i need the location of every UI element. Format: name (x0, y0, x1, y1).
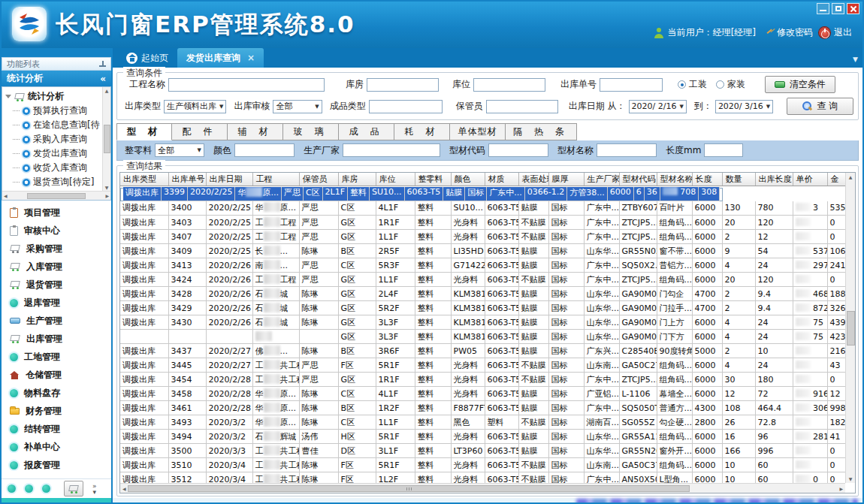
column-header[interactable]: 整零料 (415, 173, 451, 186)
maximize-button[interactable] (832, 3, 844, 14)
sidebar-item[interactable]: 生产管理 (2, 312, 111, 330)
column-header[interactable]: 出库日期 (206, 173, 252, 186)
scroll-right-icon[interactable]: ▶ (105, 193, 109, 198)
table-row[interactable]: 调拨出库35002020/3/3工共工程曹佳D区3L1F整料LT3P606063… (120, 444, 845, 458)
tree-item[interactable]: 退货查询[待定] (5, 175, 110, 189)
tree-horizontal-scrollbar[interactable]: ◀ ▶ (2, 191, 110, 200)
search-button[interactable]: 查 询 (787, 98, 853, 115)
table-row[interactable]: 调拨出库34942020/3/2石辉城汤伟H区5R1F整料光身料6063-T5贴… (120, 430, 845, 444)
tab-list-dropdown-icon[interactable]: ▼ (853, 56, 858, 63)
circle-icon[interactable] (42, 484, 50, 493)
table-row[interactable]: G区3L3F整料KLM38176063-T5贴膜国标山东华...GA90M09.… (120, 330, 845, 344)
table-row[interactable]: 调拨出库34032020/2/25工工程严思G区1R1F整料光身料6063-T5… (120, 216, 845, 230)
change-password-button[interactable]: 修改密码 (762, 26, 813, 39)
table-row[interactable]: 调拨出库34542020/2/28工共工程严思G区1R1F整料光身料6063-T… (120, 373, 845, 387)
sidebar-item[interactable]: 物料盘存 (2, 384, 111, 402)
tree-item[interactable]: 采购入库查询 (5, 132, 110, 146)
table-row[interactable]: 调拨出库34292020/2/26石城陈琳G区5R2F整料KLM38176063… (120, 301, 845, 315)
tab-outbound-query[interactable]: 发货出库查询 × (177, 48, 264, 68)
column-header[interactable]: 生产厂家 (584, 173, 619, 186)
sidebar-item[interactable]: 工地管理 (2, 348, 111, 366)
table-row[interactable]: 调拨出库34612020/2/28华原...陈琳B区1R2F整料F8877FT6… (120, 401, 845, 415)
column-header[interactable]: 保管员 (299, 173, 338, 186)
material-tab[interactable]: 玻 璃 (283, 123, 339, 140)
radio-gongzhuang[interactable]: 工装 (678, 78, 707, 91)
scroll-up-icon[interactable]: ▲ (849, 174, 853, 180)
sidebar-item[interactable]: 项目管理 (2, 204, 111, 222)
column-header[interactable]: 膜厚 (548, 173, 584, 186)
grid-vertical-scrollbar[interactable]: ▲ ▼ (845, 173, 855, 483)
table-row[interactable]: 调拨出库35102020/3/4工共工程陈琳F区5R1F整料光身料6063-T5… (120, 458, 845, 472)
material-tab[interactable]: 配 件 (172, 123, 228, 140)
sidebar-item[interactable]: 审核中心 (2, 222, 111, 240)
table-row[interactable]: 调拨出库34582020/2/28华原...陈琳C区4L1F整料光身料6063-… (120, 387, 845, 401)
column-header[interactable]: 库房 (338, 173, 376, 186)
radio-jiazhuang[interactable]: 家装 (716, 78, 745, 91)
color-input[interactable] (234, 143, 295, 157)
close-button[interactable] (847, 3, 859, 14)
scrollbar-thumb[interactable] (847, 311, 855, 346)
tree-root-statistics[interactable]: 统计分析 (5, 89, 110, 104)
material-tab[interactable]: 单体型材 (450, 123, 506, 140)
table-row[interactable]: 调拨出库33992020/2/25华原...严思C区2L1F整料SU10...6… (120, 188, 723, 201)
tree-item[interactable]: 发货出库查询 (5, 146, 110, 161)
sidebar-item[interactable]: 出库管理 (2, 330, 111, 348)
order-no-input[interactable] (600, 78, 663, 92)
material-tab[interactable]: 隔 热 条 (506, 123, 577, 140)
column-header[interactable]: 型材代码 (619, 173, 657, 186)
collapse-icon[interactable]: « (100, 74, 106, 84)
project-name-input[interactable] (168, 78, 325, 92)
material-tab[interactable]: 辅 材 (228, 123, 283, 140)
scroll-down-icon[interactable]: ▼ (105, 185, 109, 190)
whole-part-select[interactable]: 全部▼ (155, 143, 204, 157)
circle-icon[interactable] (25, 484, 33, 493)
table-row[interactable]: 调拨出库34002020/2/25华原...严思C区4L1F整料SU10...6… (120, 201, 845, 216)
outbound-audit-select[interactable]: 全部▼ (273, 100, 322, 113)
scrollbar-thumb[interactable] (104, 125, 110, 153)
scroll-left-icon[interactable]: ◀ (4, 193, 8, 198)
minimize-button[interactable] (817, 3, 829, 14)
product-type-input[interactable] (369, 100, 443, 113)
grid-horizontal-scrollbar[interactable]: ◀ ▶ (120, 483, 845, 493)
profile-code-input[interactable] (488, 143, 548, 157)
column-header[interactable]: 出库长度 (755, 173, 793, 186)
column-header[interactable]: 材质 (485, 173, 518, 186)
column-header[interactable]: 出库单号 (168, 173, 206, 186)
column-header[interactable]: 工程 (252, 173, 299, 186)
length-input[interactable] (704, 143, 743, 157)
table-row[interactable]: 调拨出库34452020/2/27工共工程严思F区5R1F整料光身料6063-T… (120, 358, 845, 373)
column-header[interactable]: 金 (827, 173, 845, 186)
column-header[interactable]: 出库类型 (120, 173, 168, 186)
column-header[interactable]: 长度 (692, 173, 722, 186)
sidebar-item[interactable]: 采购管理 (2, 240, 111, 258)
statistics-section-header[interactable]: 统计分析 « (2, 71, 111, 86)
outbound-type-select[interactable]: 生产领料出库▼ (164, 100, 226, 113)
material-tab[interactable]: 型 材 (116, 123, 172, 140)
table-row[interactable]: 调拨出库34282020/2/26石城陈琳G区2L4F整料KLM38176063… (120, 287, 845, 301)
table-row[interactable]: 调拨出库34242020/2/26工工程严思G区1L1F整料光身料6063-T5… (120, 273, 845, 287)
scrollbar-thumb[interactable] (128, 485, 690, 492)
column-header[interactable]: 数量 (722, 173, 755, 186)
sidebar-item[interactable]: 报废管理 (2, 456, 111, 474)
sidebar-item[interactable]: 入库管理 (2, 258, 111, 276)
tab-home[interactable]: 起始页 (117, 49, 177, 68)
material-tab[interactable]: 耗 材 (394, 123, 450, 140)
table-row[interactable]: 调拨出库35122020/3/4工共工程陈琳F区1L2F整料光身料6063-T5… (120, 472, 845, 484)
scroll-left-icon[interactable]: ◀ (122, 486, 126, 491)
logout-button[interactable]: 退出 (819, 26, 852, 39)
column-header[interactable]: 颜色 (451, 173, 485, 186)
more-options-button[interactable]: »▾ (92, 483, 97, 495)
warehouse-input[interactable] (367, 78, 439, 92)
sidebar-item[interactable]: 补单中心 (2, 438, 111, 456)
profile-name-input[interactable] (597, 143, 657, 157)
circle-icon[interactable] (8, 484, 16, 493)
cart-button[interactable] (64, 481, 83, 496)
column-header[interactable]: 单价 (793, 173, 827, 186)
keeper-input[interactable] (486, 100, 558, 113)
table-row[interactable]: 调拨出库34072020/2/25工工程严思G区1L1F整料光身料6063-T5… (120, 230, 845, 244)
sidebar-item[interactable]: 仓储管理 (2, 366, 111, 384)
date-to-select[interactable]: 2020/ 3/16▼ (715, 100, 773, 113)
column-header[interactable]: 型材名称 (657, 173, 692, 186)
column-header[interactable]: 库位 (376, 173, 415, 186)
tree-vertical-scrollbar[interactable]: ▲ ▼ (102, 87, 110, 191)
